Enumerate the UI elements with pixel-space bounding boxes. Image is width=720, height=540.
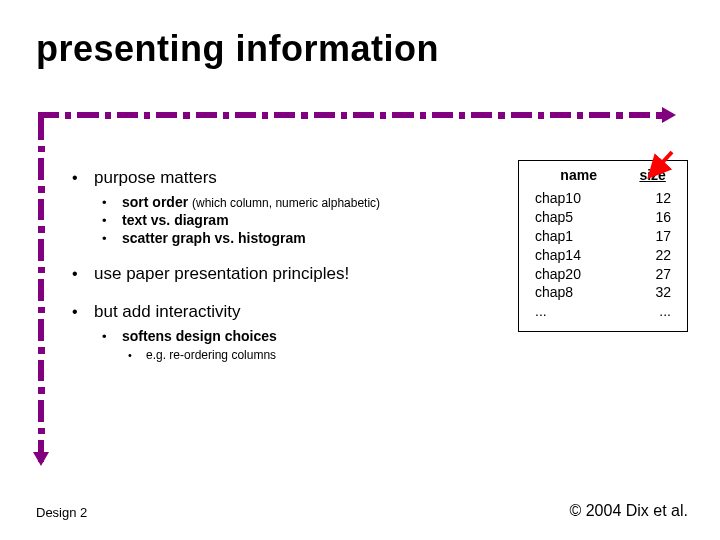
- table-row: chap1012: [529, 189, 677, 208]
- column-header-name: name: [529, 167, 628, 189]
- bullet-text: e.g. re-ordering columns: [146, 348, 276, 362]
- list-item: •e.g. re-ordering columns: [128, 348, 492, 362]
- slide: presenting information: [0, 0, 720, 540]
- list-item: •sort order (which column, numeric alpha…: [102, 194, 492, 210]
- bullet-text: text vs. diagram: [122, 212, 229, 228]
- example-table: name size chap1012 chap516 chap117 chap1…: [518, 160, 688, 332]
- bullet-text: softens design choices: [122, 328, 277, 344]
- list-item: •use paper presentation principles!: [72, 264, 492, 284]
- decorative-line-vertical: [38, 112, 44, 462]
- table-row: chap516: [529, 208, 677, 227]
- list-item: •purpose matters •sort order (which colu…: [72, 168, 492, 246]
- table-row: chap2027: [529, 265, 677, 284]
- table-row: chap832: [529, 283, 677, 302]
- arrowhead-down-icon: [33, 452, 49, 466]
- bullet-text: purpose matters: [94, 168, 217, 188]
- list-item: •softens design choices •e.g. re-orderin…: [102, 328, 492, 362]
- column-header-size: size: [628, 167, 677, 189]
- decorative-line-horizontal: [38, 112, 668, 118]
- bullet-list: •purpose matters •sort order (which colu…: [72, 168, 492, 380]
- bullet-text: sort order (which column, numeric alphab…: [122, 194, 380, 210]
- bullet-text: scatter graph vs. histogram: [122, 230, 306, 246]
- table-row: chap117: [529, 227, 677, 246]
- list-item: •but add interactivity •softens design c…: [72, 302, 492, 362]
- list-item: •text vs. diagram: [102, 212, 492, 228]
- table-row: chap1422: [529, 246, 677, 265]
- page-title: presenting information: [36, 28, 439, 70]
- list-item: •scatter graph vs. histogram: [102, 230, 492, 246]
- bullet-text: use paper presentation principles!: [94, 264, 349, 284]
- table-header-row: name size: [529, 167, 677, 189]
- arrowhead-right-icon: [662, 107, 676, 123]
- footer-right: © 2004 Dix et al.: [569, 502, 688, 520]
- bullet-text: but add interactivity: [94, 302, 240, 322]
- table-row: ......: [529, 302, 677, 321]
- footer-left: Design 2: [36, 505, 87, 520]
